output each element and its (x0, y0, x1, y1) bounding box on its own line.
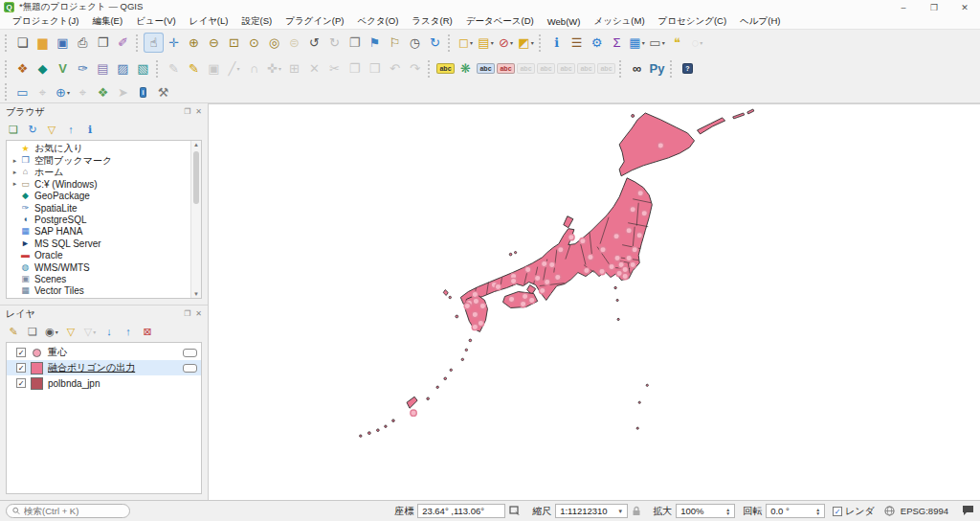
add-group[interactable]: ❏ (24, 323, 41, 340)
statistical-summary[interactable]: Σ (607, 33, 627, 53)
toolbar-grip[interactable] (539, 34, 544, 52)
save-layer-edits[interactable]: ▣ (204, 58, 224, 79)
binoculars-search[interactable]: ∞ (627, 58, 647, 79)
layer-label[interactable]: 重心 (48, 346, 183, 359)
coordinate-display[interactable]: 23.64° ,113.06° (417, 504, 505, 518)
gps-cursor[interactable]: ➤ (113, 82, 133, 102)
expand-all[interactable]: ↓ (100, 323, 118, 340)
select-features-by-value[interactable]: ▤ ▾ (476, 33, 496, 53)
new-spatialite-layer[interactable]: ✑ (73, 58, 93, 79)
layer-row-polbnda-jpn[interactable]: ✓ polbnda_jpn (7, 375, 201, 391)
layer-visibility-checkbox[interactable]: ✓ (16, 348, 26, 357)
browser-item-spatialite[interactable]: ✑ SpatiaLite (7, 202, 201, 214)
browser-filter[interactable]: ▽ (43, 121, 60, 138)
menu-web[interactable]: Web(W) (541, 14, 588, 29)
current-edits[interactable]: ✎ (164, 58, 184, 79)
browser-item-xyz-tiles[interactable]: ▸ ▦ XYZ Tiles (7, 297, 201, 299)
move-label[interactable]: abc (536, 58, 556, 79)
add-feature[interactable]: ╱ ▾ (224, 58, 244, 79)
select-by-location[interactable]: ◩ ▾ (516, 33, 536, 53)
remove-layer[interactable]: ⊠ (139, 323, 156, 340)
browser-item-postgresql[interactable]: ◖ PostgreSQL (7, 214, 201, 225)
zoom-in[interactable]: ⊕ (184, 33, 204, 53)
processing-toolbox[interactable]: ⚙ (587, 33, 607, 53)
open-attribute-table[interactable]: ▦ ▾ (627, 33, 647, 53)
zoom-to-layer[interactable]: ◎ (264, 33, 284, 53)
toggle-editing[interactable]: ✎ (184, 58, 204, 79)
magnifier-spinbox[interactable]: 100% ▲▼ (676, 504, 735, 518)
menu-plugins[interactable]: プラグイン(P) (278, 14, 350, 29)
save-project[interactable]: ▣ (53, 33, 73, 53)
gps-add-track-polygon[interactable]: ❖ (93, 82, 113, 102)
toolbar-grip[interactable] (5, 60, 10, 78)
zoom-last[interactable]: ↺ (304, 33, 324, 53)
browser-add-selected-layers[interactable]: ❏ (5, 121, 22, 138)
toolbar-grip[interactable] (5, 83, 10, 101)
new-mesh-layer[interactable]: ▧ (133, 58, 153, 79)
crs-globe-icon[interactable] (884, 506, 895, 516)
extent-toggle-icon[interactable] (509, 506, 521, 516)
zoom-out[interactable]: ⊖ (204, 33, 224, 53)
gps-information[interactable]: i (133, 82, 153, 102)
browser-item-wms-wmts[interactable]: ◍ WMS/WMTS (7, 261, 201, 273)
layers-close-icon[interactable]: ✕ (195, 309, 202, 318)
python-console[interactable]: Py (647, 58, 667, 79)
scroll-up-icon[interactable]: ▲ (191, 142, 201, 147)
browser-item-sap-hana[interactable]: ▦ SAP HANA (7, 226, 201, 238)
gps-zoom-to-location[interactable]: ⊕ ▾ (53, 82, 73, 102)
show-spatial-bookmarks[interactable]: ⚐ (385, 33, 405, 53)
new-temporary-scratch-layer[interactable]: ▤ (93, 58, 113, 79)
minimize-button[interactable]: – (888, 0, 919, 14)
menu-help[interactable]: ヘルプ(H) (733, 14, 787, 29)
highlight-pinned-labels[interactable]: abc (496, 58, 516, 79)
cut-features[interactable]: ✂ (324, 58, 345, 79)
gps-recenter[interactable]: ⌖ (33, 82, 53, 102)
browser-properties[interactable]: ℹ (81, 121, 99, 138)
identify-features[interactable]: ℹ (546, 33, 567, 53)
help-contents[interactable]: ? (678, 58, 698, 79)
spinner-arrows-icon[interactable]: ▲▼ (815, 508, 820, 515)
gps-track-point[interactable]: ⌖ (73, 82, 93, 102)
browser-item-home[interactable]: ▸ ⌂ ホーム (7, 167, 201, 178)
zoom-next[interactable]: ↻ (324, 33, 345, 53)
menu-project[interactable]: プロジェクト(J) (6, 14, 85, 29)
toolbar-grip[interactable] (619, 60, 624, 78)
browser-scrollbar[interactable]: ▲ ▼ (190, 141, 201, 298)
browser-float-icon[interactable]: ❐ (184, 107, 190, 116)
manage-map-themes[interactable]: ◉ ▾ (43, 323, 60, 340)
data-source-manager[interactable]: ❖ (12, 58, 33, 79)
gps-connect[interactable]: ▭ (12, 82, 33, 102)
copy-features[interactable]: ❐ (345, 58, 365, 79)
curved-label[interactable]: abc (596, 58, 616, 79)
gps-settings[interactable]: ⚒ (153, 82, 173, 102)
collapse-all[interactable]: ↑ (120, 323, 137, 340)
browser-item-ms-sql-server[interactable]: ► MS SQL Server (7, 238, 201, 249)
menu-settings[interactable]: 設定(S) (234, 14, 278, 29)
layout-manager[interactable]: ❐ (93, 33, 113, 53)
menu-edit[interactable]: 編集(E) (85, 14, 129, 29)
rotation-spinbox[interactable]: 0.0 ° ▲▼ (766, 504, 825, 518)
filter-legend[interactable]: ▽ (62, 323, 79, 340)
browser-item-scenes[interactable]: ▣ Scenes (7, 273, 201, 284)
change-label-properties[interactable]: abc (576, 58, 596, 79)
add-circular-string[interactable]: ∩ (244, 58, 264, 79)
layer-label[interactable]: 融合ポリゴンの出力 (48, 361, 183, 374)
select-features[interactable]: ◻ ▾ (456, 33, 476, 53)
render-checkbox[interactable]: ✓ (833, 507, 842, 516)
browser-collapse-all[interactable]: ↑ (62, 121, 79, 138)
spinner-arrows-icon[interactable]: ▲▼ (725, 508, 730, 515)
rotate-label[interactable]: abc (556, 58, 576, 79)
temporal-controller[interactable]: ◷ (405, 33, 425, 53)
new-shapefile-layer[interactable]: V (53, 58, 73, 79)
layer-label[interactable]: polbnda_jpn (48, 378, 197, 389)
toolbar-grip[interactable] (5, 34, 10, 52)
pan-map[interactable]: ☝ (144, 33, 164, 53)
browser-item-geopackage[interactable]: ◆ GeoPackage (7, 191, 201, 202)
field-calculator[interactable]: ☰ (567, 33, 587, 53)
menu-raster[interactable]: ラスタ(R) (405, 14, 458, 29)
pin-labels[interactable]: abc (476, 58, 496, 79)
menu-view[interactable]: ビュー(V) (129, 14, 183, 29)
menu-layer[interactable]: レイヤ(L) (183, 14, 235, 29)
toolbar-grip[interactable] (156, 60, 161, 78)
layer-row-dissolved-polygon[interactable]: ✓ 融合ポリゴンの出力 (7, 360, 201, 375)
